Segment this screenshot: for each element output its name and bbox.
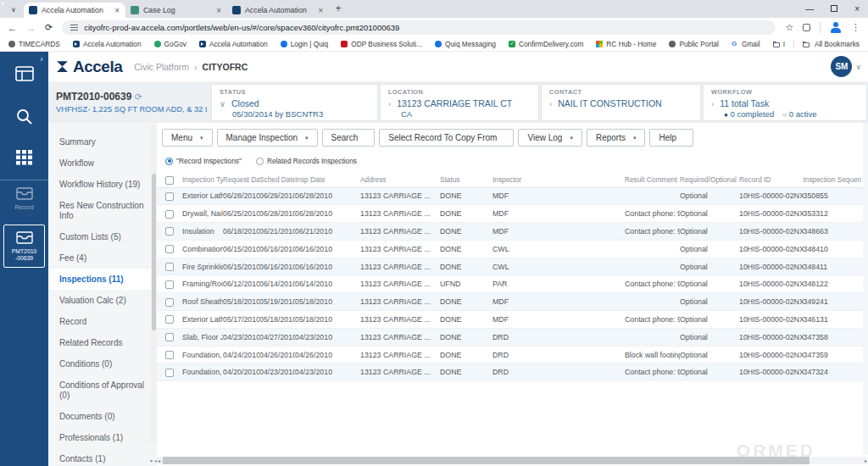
sidebar-item[interactable]: Related Records [48, 332, 157, 353]
row-checkbox[interactable] [165, 263, 174, 271]
record-description-link[interactable]: VHFHSZ- 1,225 SQ FT ROOM ADD, & 32 LF ..… [56, 105, 207, 114]
sidebar-item[interactable]: Inspections (11) [48, 269, 157, 290]
contact-value[interactable]: NAIL IT CONSTRUCTION [558, 98, 662, 108]
tab-close-icon[interactable]: × [114, 6, 120, 15]
scrollbar-thumb[interactable] [163, 457, 810, 464]
scroll-right-icon[interactable]: ▸ [865, 458, 867, 463]
toolbar-button[interactable]: Menu ▾ [162, 129, 213, 147]
column-header[interactable]: Status [440, 173, 492, 187]
new-tab-button[interactable]: + [329, 3, 348, 14]
workflow-chevron-icon[interactable]: › [711, 99, 714, 108]
toolbar-button[interactable]: View Log ▾ [518, 129, 581, 147]
column-header[interactable]: Inspection Sequen [804, 173, 868, 187]
toolbar-button[interactable]: Manage Inspection ▾ [217, 129, 318, 147]
forward-icon[interactable]: → [26, 23, 36, 33]
bookmark-item[interactable]: Public Portal [669, 40, 719, 48]
row-checkbox[interactable] [165, 369, 174, 377]
record-id-link[interactable]: 10HIS-00000-02NX2 [739, 275, 804, 293]
browser-tab[interactable]: Accela Automation × [24, 3, 125, 18]
radio-unselected-icon[interactable] [256, 158, 264, 165]
record-id-link[interactable]: 10HIS-00000-02NX2 [739, 346, 804, 363]
main-horizontal-scrollbar[interactable]: ◂ ▸ [157, 457, 868, 464]
column-header[interactable]: Request Date [223, 173, 259, 187]
record-id-link[interactable]: 10HIS-00000-02NX2 [739, 240, 804, 258]
bookmark-item[interactable]: Quiq Messaging [435, 40, 496, 48]
bookmark-item[interactable]: Accela Automation [199, 40, 268, 48]
related-records-radio[interactable]: Related Records Inspections [256, 157, 357, 165]
inspection-type-link[interactable]: Fire Sprinkler ... [182, 258, 223, 275]
tab-close-icon[interactable]: × [317, 6, 324, 15]
column-header[interactable]: Record ID [739, 173, 804, 187]
search-icon[interactable] [0, 108, 48, 130]
sidebar-item[interactable]: Workflow History (19) [48, 174, 157, 195]
inspection-type-link[interactable]: Foundation, Foo... [182, 346, 223, 363]
row-checkbox[interactable] [165, 333, 174, 341]
location-chevron-icon[interactable]: › [388, 99, 391, 108]
row-checkbox[interactable] [165, 351, 174, 359]
tab-close-icon[interactable]: × [215, 6, 222, 15]
column-header[interactable]: Result Comment [625, 173, 680, 187]
sidebar-item[interactable]: Summary [48, 131, 157, 153]
record-inspections-radio[interactable]: "Record Inspections" [165, 157, 242, 165]
sidebar-item[interactable]: Conditions (0) [48, 353, 157, 374]
bookmark-item[interactable]: ODP Business Soluti... [341, 40, 422, 48]
record-id-link[interactable]: 10HIS-00000-02NX2 [739, 187, 804, 205]
sidebar-item[interactable]: Fee (4) [48, 247, 157, 269]
dashboard-icon[interactable] [0, 65, 48, 86]
record-id-link[interactable]: 10HIS-00000-02NX2 [739, 205, 804, 223]
sidebar-item[interactable]: Conditions of Approval (0) [48, 374, 157, 406]
sidebar-item[interactable]: Record [48, 311, 157, 332]
record-id-link[interactable]: 10HIS-00000-02NX2 [739, 363, 804, 381]
location-value[interactable]: 13123 CARRIAGE TRAIL CT [397, 98, 512, 108]
record-id-link[interactable]: 10HIS-00000-02NX2 [739, 311, 804, 329]
all-bookmarks-button[interactable]: All Bookmarks [793, 40, 860, 48]
column-header[interactable]: Sched Date [259, 173, 295, 187]
bookmark-item[interactable]: Accela Automation [73, 40, 142, 48]
window-maximize-icon[interactable] [831, 5, 837, 12]
sidebar-item[interactable]: Custom Lists (5) [48, 226, 157, 247]
bookmark-item[interactable]: Imported [773, 40, 785, 48]
inspection-type-link[interactable]: Slab, Floor Joists [182, 328, 223, 346]
sidebar-item[interactable]: Professionals (1) [48, 427, 157, 448]
bookmark-item[interactable]: Gmail [732, 40, 760, 48]
browser-tab[interactable]: Accela Automation × [227, 3, 329, 18]
workflow-total[interactable]: 11 total Task [720, 98, 769, 108]
sidebar-item[interactable]: Workflow [48, 153, 157, 174]
rail-record-item[interactable]: Record [0, 187, 48, 211]
toolbar-button[interactable]: Reports ▾ [587, 129, 646, 147]
reload-icon[interactable]: ⟳ [45, 22, 53, 33]
extensions-icon[interactable] [803, 24, 810, 31]
sidebar-item[interactable]: Res New Construction Info [48, 195, 157, 226]
user-menu[interactable]: SM ∨ [831, 56, 861, 77]
row-checkbox[interactable] [165, 298, 174, 307]
bookmark-item[interactable]: RC Hub - Home [596, 40, 656, 48]
toolbar-button[interactable]: Search [322, 129, 376, 147]
apps-grid-icon[interactable] [0, 150, 48, 169]
row-checkbox[interactable] [165, 210, 174, 219]
sidebar-item[interactable]: Valuation Calc (2) [48, 290, 157, 311]
column-header[interactable]: Required/Optional [680, 173, 739, 187]
url-bar[interactable]: cityofrc-prod-av.accela.com/portlets/web… [62, 20, 776, 35]
bookmark-item[interactable]: ConfirmDelivery.com [509, 40, 583, 48]
main-vertical-scrollbar[interactable] [863, 123, 868, 455]
radio-selected-icon[interactable] [165, 158, 173, 165]
inspection-type-link[interactable]: Framing/Roofing [182, 275, 223, 293]
column-header[interactable]: Address [360, 173, 440, 187]
contact-chevron-icon[interactable]: › [549, 99, 552, 108]
bookmark-item[interactable]: Login | Quiq [281, 40, 329, 48]
row-checkbox[interactable] [165, 192, 174, 201]
refresh-icon[interactable]: ⟳ [135, 92, 142, 102]
record-id-link[interactable]: 10HIS-00000-02NX2 [739, 293, 804, 311]
inspection-type-link[interactable]: Drywall, Nailin... [182, 205, 223, 223]
record-id-link[interactable]: 10HIS-00000-02NX2 [739, 328, 804, 346]
browser-menu-icon[interactable]: ⋮ [851, 22, 860, 33]
toolbar-button[interactable]: Help [649, 129, 693, 147]
status-chevron-icon[interactable]: ∨ [220, 99, 225, 108]
bookmark-item[interactable]: TIMECARDS [8, 40, 60, 48]
inspection-type-link[interactable]: Exterior Lath [182, 187, 223, 205]
browser-tab[interactable]: Case Log × [125, 3, 227, 18]
toolbar-button[interactable]: Select Record To Copy From [379, 129, 514, 147]
rail-expand-icon[interactable]: › [40, 53, 43, 64]
inspection-type-link[interactable]: Exterior Lath [182, 311, 223, 329]
column-header[interactable]: Inspector [492, 173, 625, 187]
